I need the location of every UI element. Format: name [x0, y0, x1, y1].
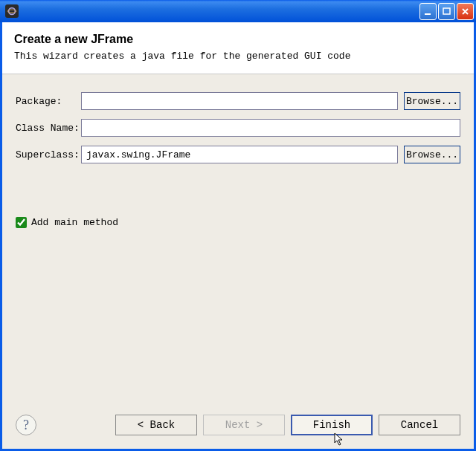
superclass-input[interactable] [81, 146, 398, 163]
back-button[interactable]: < Back [115, 415, 197, 435]
superclass-browse-button[interactable]: Browse... [404, 146, 460, 163]
cancel-button[interactable]: Cancel [379, 415, 460, 435]
minimize-button[interactable] [419, 3, 437, 20]
close-button[interactable] [457, 3, 474, 20]
add-main-row: Add main method [16, 217, 460, 228]
superclass-row: Superclass: Browse... [16, 146, 460, 163]
maximize-button[interactable] [438, 3, 455, 20]
window-titlebar [0, 0, 476, 22]
wizard-title: Create a new JFrame [14, 33, 462, 46]
svg-rect-2 [425, 13, 431, 15]
help-button[interactable]: ? [16, 415, 36, 435]
classname-input[interactable] [81, 119, 460, 137]
superclass-label: Superclass: [16, 149, 81, 160]
svg-rect-3 [443, 8, 450, 14]
svg-point-0 [9, 8, 16, 15]
next-button: Next > [203, 415, 285, 435]
package-label: Package: [16, 96, 81, 107]
finish-button[interactable]: Finish [291, 415, 373, 435]
form-area: Package: Browse... Class Name: Superclas… [2, 74, 474, 449]
eclipse-icon [5, 4, 19, 18]
package-browse-button[interactable]: Browse... [404, 92, 460, 110]
classname-label: Class Name: [16, 123, 81, 134]
package-input[interactable] [81, 92, 398, 110]
add-main-checkbox[interactable] [16, 217, 27, 228]
package-row: Package: Browse... [16, 92, 460, 110]
add-main-label: Add main method [31, 217, 118, 228]
window-body: Create a new JFrame This wizard creates … [0, 22, 476, 451]
classname-row: Class Name: [16, 119, 460, 137]
button-bar: ? < Back Next > Finish Cancel [16, 415, 460, 435]
wizard-description: This wizard creates a java file for the … [14, 51, 462, 62]
wizard-header: Create a new JFrame This wizard creates … [2, 22, 474, 74]
